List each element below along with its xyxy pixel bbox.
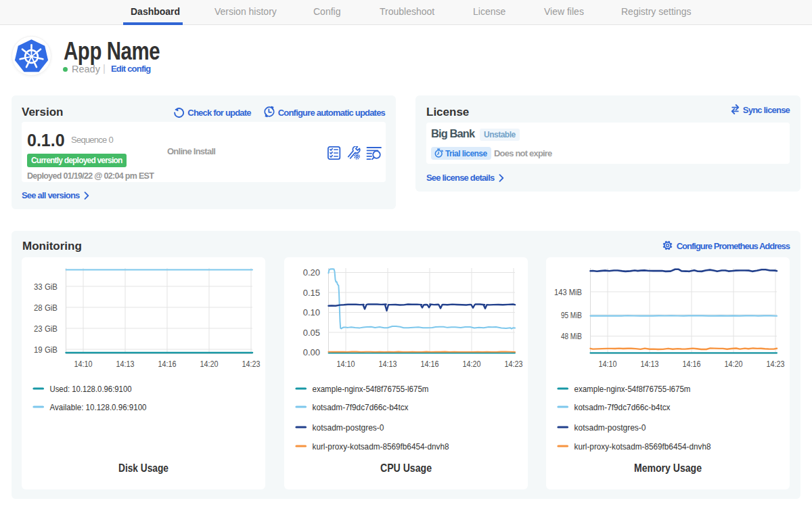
svg-text:Available: 10.128.0.96:9100: Available: 10.128.0.96:9100 bbox=[50, 402, 147, 412]
svg-text:kotsadm-postgres-0: kotsadm-postgres-0 bbox=[574, 422, 646, 433]
svg-text:14:10: 14:10 bbox=[74, 359, 93, 369]
svg-text:14:20: 14:20 bbox=[200, 359, 219, 369]
svg-text:14:20: 14:20 bbox=[725, 359, 743, 369]
svg-text:28 GiB: 28 GiB bbox=[34, 303, 58, 313]
svg-text:33 GiB: 33 GiB bbox=[34, 282, 58, 292]
svg-text:95 MiB: 95 MiB bbox=[561, 310, 582, 320]
svg-text:14:16: 14:16 bbox=[683, 359, 701, 369]
svg-text:0.15: 0.15 bbox=[303, 288, 320, 298]
svg-text:14:20: 14:20 bbox=[463, 359, 481, 369]
svg-text:14:10: 14:10 bbox=[599, 359, 617, 369]
svg-text:kotsadm-postgres-0: kotsadm-postgres-0 bbox=[313, 422, 384, 433]
svg-text:14:23: 14:23 bbox=[242, 359, 261, 369]
svg-text:CPU Usage: CPU Usage bbox=[380, 462, 432, 474]
svg-text:14:16: 14:16 bbox=[158, 359, 177, 369]
svg-text:example-nginx-54f8f76755-l675m: example-nginx-54f8f76755-l675m bbox=[574, 384, 691, 394]
svg-text:Used: 10.128.0.96:9100: Used: 10.128.0.96:9100 bbox=[50, 384, 132, 394]
svg-text:0.10: 0.10 bbox=[303, 307, 320, 317]
svg-text:14:23: 14:23 bbox=[505, 359, 523, 369]
svg-text:kurl-proxy-kotsadm-8569fb6454-: kurl-proxy-kotsadm-8569fb6454-dnvh8 bbox=[574, 441, 711, 452]
svg-text:14:13: 14:13 bbox=[641, 359, 659, 369]
svg-text:14:13: 14:13 bbox=[379, 359, 397, 369]
svg-text:0.20: 0.20 bbox=[303, 267, 320, 278]
svg-text:23 GiB: 23 GiB bbox=[34, 324, 58, 334]
svg-text:kotsadm-7f9dc7d66c-b4tcx: kotsadm-7f9dc7d66c-b4tcx bbox=[313, 402, 409, 412]
svg-text:48 MiB: 48 MiB bbox=[561, 331, 582, 341]
svg-text:0.00: 0.00 bbox=[303, 347, 320, 357]
svg-text:14:16: 14:16 bbox=[421, 359, 439, 369]
svg-text:Disk Usage: Disk Usage bbox=[118, 462, 168, 474]
svg-text:14:13: 14:13 bbox=[116, 359, 135, 369]
svg-text:14:23: 14:23 bbox=[767, 359, 785, 369]
svg-text:0.05: 0.05 bbox=[303, 328, 320, 338]
svg-text:Memory Usage: Memory Usage bbox=[634, 462, 702, 474]
svg-text:143 MiB: 143 MiB bbox=[554, 287, 582, 297]
svg-text:14:10: 14:10 bbox=[337, 359, 355, 369]
svg-text:kotsadm-7f9dc7d66c-b4tcx: kotsadm-7f9dc7d66c-b4tcx bbox=[574, 402, 671, 412]
svg-text:example-nginx-54f8f76755-l675m: example-nginx-54f8f76755-l675m bbox=[313, 384, 429, 394]
svg-text:19 GiB: 19 GiB bbox=[34, 345, 58, 355]
svg-text:kurl-proxy-kotsadm-8569fb6454-: kurl-proxy-kotsadm-8569fb6454-dnvh8 bbox=[313, 441, 449, 452]
